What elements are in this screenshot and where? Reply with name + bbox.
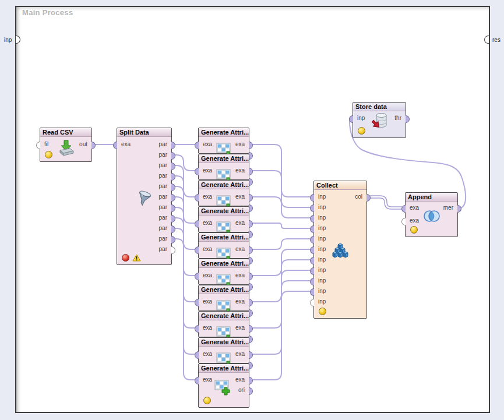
operator-title-bar: Generate Attri... <box>199 259 249 268</box>
operator-gen8[interactable]: Generate Attri...exaexa <box>198 311 249 337</box>
port-exa[interactable] <box>195 325 199 333</box>
operator-title-bar: Generate Attri... <box>199 338 249 347</box>
port-label: par <box>159 214 167 221</box>
funnel-icon <box>135 190 154 211</box>
operator-title-bar: Generate Attri... <box>199 312 249 320</box>
port-exa[interactable] <box>195 273 199 280</box>
status-light-yellow <box>319 308 326 315</box>
operator-gen1[interactable]: Generate Attri...exaexa <box>198 128 249 154</box>
port-label: exa <box>235 324 245 331</box>
operator-title: Generate Attri... <box>201 260 249 267</box>
venn-icon <box>422 208 442 227</box>
port-inp[interactable] <box>310 215 314 223</box>
port-label: inp <box>318 246 326 252</box>
port-label: inp <box>318 214 326 221</box>
status-lights <box>45 151 52 158</box>
port-inp[interactable] <box>310 204 314 212</box>
operator-gen6[interactable]: Generate Attri...exaexa <box>198 259 249 285</box>
port-exa[interactable] <box>195 168 199 175</box>
operator-title: Generate Attri... <box>201 312 249 319</box>
port-label: exa <box>203 193 212 200</box>
port-exa[interactable] <box>401 218 406 225</box>
port-exa[interactable] <box>195 142 199 149</box>
port-label: exa <box>235 167 245 174</box>
port-exa[interactable] <box>401 205 406 213</box>
port-label: inp <box>318 298 326 305</box>
connection-wire[interactable] <box>175 197 195 276</box>
operator-title-bar: Generate Attri... <box>199 233 249 242</box>
connection-wire[interactable] <box>175 155 195 171</box>
operator-title: Split Data <box>119 129 149 136</box>
status-lights <box>358 127 365 135</box>
port-exa[interactable] <box>195 220 199 228</box>
port-label: inp <box>318 193 326 200</box>
operator-gen7[interactable]: Generate Attri...exaexa <box>198 285 249 311</box>
operator-gen2[interactable]: Generate Attri...exaexa <box>198 154 249 180</box>
port-exa[interactable] <box>195 351 199 359</box>
port-label: exa <box>203 220 212 226</box>
status-light-red <box>122 254 129 262</box>
port-label: exa <box>203 167 212 174</box>
operator-title: Generate Attri... <box>201 129 249 136</box>
port-label: exa <box>203 376 212 383</box>
operator-title-bar: Collect <box>314 181 366 190</box>
port-inp[interactable] <box>310 278 314 285</box>
status-light-yellow <box>45 151 52 158</box>
operator-gen4[interactable]: Generate Attri...exaexa <box>198 206 249 232</box>
port-exa[interactable] <box>195 377 199 384</box>
operator-gen3[interactable]: Generate Attri...exaexa <box>198 180 249 206</box>
status-lights <box>410 226 418 234</box>
database-icon <box>370 112 389 133</box>
connection-wire[interactable] <box>252 291 311 380</box>
port-exa[interactable] <box>195 246 199 254</box>
operator-split[interactable]: Split Dataexaparparparparparparparparpar… <box>117 128 172 265</box>
port-fil[interactable] <box>36 142 40 149</box>
port-label: thr <box>394 115 401 121</box>
operator-title-bar: Split Data <box>117 128 171 137</box>
connection-wire[interactable] <box>175 239 195 380</box>
table-plus-icon <box>214 380 233 400</box>
operator-append[interactable]: Appendexaexamer <box>405 192 458 237</box>
status-lights <box>203 397 211 404</box>
port-inp[interactable] <box>310 288 314 296</box>
operator-collect[interactable]: Collectinpinpinpinpinpinpinpinpinpinpinp… <box>313 181 367 319</box>
port-exa[interactable] <box>195 194 199 202</box>
port-label: exa <box>410 204 419 211</box>
port-label: exa <box>235 246 245 252</box>
port-inp[interactable] <box>349 115 353 123</box>
operator-readcsv[interactable]: Read CSVfilout <box>40 128 92 162</box>
status-lights <box>319 308 326 315</box>
operator-title-bar: Generate Attri... <box>199 285 249 294</box>
operator-gen10[interactable]: Generate Attri...exaexaori <box>198 363 249 408</box>
port-inp[interactable] <box>310 236 314 243</box>
status-lights <box>122 254 141 262</box>
port-label: exa <box>203 351 212 357</box>
port-exa[interactable] <box>113 142 117 149</box>
port-label: par <box>159 225 167 231</box>
port-label: inp <box>318 235 326 242</box>
connection-wire[interactable] <box>252 239 311 249</box>
port-label: exa <box>203 141 212 147</box>
port-inp[interactable] <box>310 225 314 233</box>
operator-store[interactable]: Store datainpthr <box>353 102 406 138</box>
operator-gen9[interactable]: Generate Attri...exaexa <box>198 337 249 363</box>
port-exa[interactable] <box>195 299 199 306</box>
port-inp[interactable] <box>310 299 314 306</box>
connection-wire[interactable] <box>252 223 311 228</box>
port-label: par <box>159 151 167 158</box>
port-label: mer <box>443 204 453 211</box>
operator-gen5[interactable]: Generate Attri...exaexa <box>198 232 249 259</box>
port-inp[interactable] <box>310 257 314 264</box>
port-label: inp <box>318 204 326 210</box>
process-editor: { "window": { "title": "Main Process", "… <box>0 0 504 420</box>
port-inp[interactable] <box>310 267 314 275</box>
operator-title: Generate Attri... <box>201 155 249 162</box>
port-label: exa <box>235 141 245 147</box>
process-result-port[interactable] <box>484 36 489 44</box>
port-inp[interactable] <box>310 194 314 202</box>
port-inp[interactable] <box>310 246 314 254</box>
operator-title-bar: Read CSV <box>40 128 91 137</box>
connection-wire[interactable] <box>175 176 195 223</box>
port-label: col <box>355 193 362 200</box>
cubes-icon <box>331 242 350 262</box>
